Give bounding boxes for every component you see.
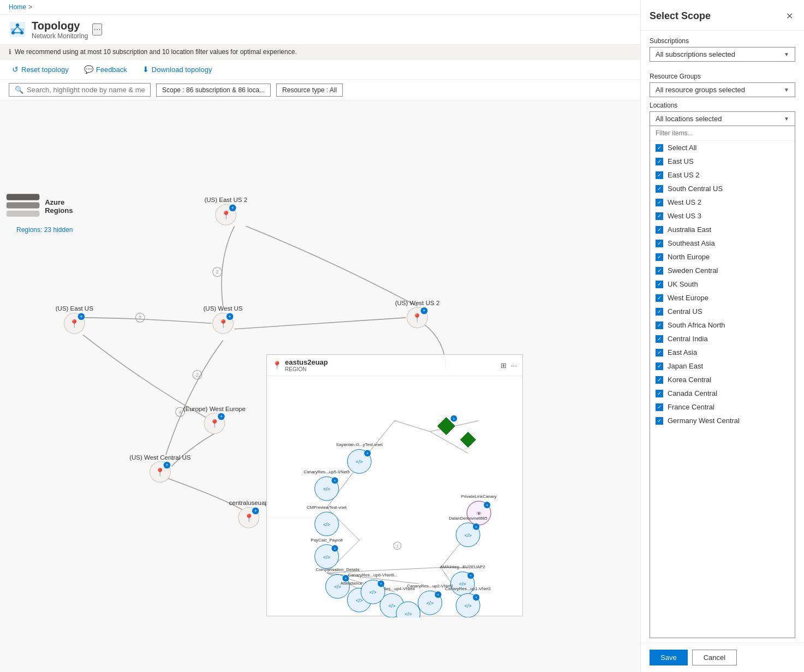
- svg-text:+: +: [486, 503, 488, 507]
- svg-text:+: +: [380, 582, 382, 586]
- location-item[interactable]: France Central: [650, 400, 795, 414]
- svg-line-66: [441, 567, 452, 584]
- region-grid-button[interactable]: ⊞: [501, 361, 507, 370]
- location-item[interactable]: South Africa North: [650, 318, 795, 332]
- location-item[interactable]: Germany West Central: [650, 414, 795, 425]
- location-item[interactable]: Select All: [650, 141, 795, 154]
- location-checkbox[interactable]: [656, 281, 663, 288]
- location-checkbox[interactable]: [656, 322, 663, 329]
- subscriptions-dropdown[interactable]: All subscriptions selected ▼: [650, 47, 795, 62]
- svg-text:📍: 📍: [412, 313, 422, 323]
- location-checkbox[interactable]: [656, 349, 663, 356]
- close-sidebar-button[interactable]: ✕: [784, 9, 795, 23]
- svg-text:2: 2: [139, 314, 141, 320]
- location-item[interactable]: Sweden Central: [650, 264, 795, 277]
- sidebar-header: Select Scope ✕: [641, 0, 804, 31]
- location-item[interactable]: Canada Central: [650, 386, 795, 400]
- location-checkbox[interactable]: [656, 417, 663, 425]
- location-item[interactable]: West Europe: [650, 291, 795, 305]
- location-name: Korea Central: [668, 376, 711, 384]
- svg-text:+: +: [333, 547, 336, 551]
- search-input[interactable]: [27, 86, 145, 94]
- location-item[interactable]: Central US: [650, 305, 795, 318]
- location-checkbox[interactable]: [656, 144, 663, 152]
- location-checkbox[interactable]: [656, 390, 663, 397]
- node-west-us: (US) West US + 📍: [204, 305, 243, 334]
- locations-list: Select AllEast USEast US 2South Central …: [650, 141, 795, 425]
- location-checkbox[interactable]: [656, 335, 663, 343]
- feedback-icon: 💬: [84, 65, 93, 74]
- locations-dropdown-arrow: ▼: [784, 116, 789, 122]
- locations-filter-input[interactable]: [650, 126, 795, 141]
- more-options-button[interactable]: ···: [92, 23, 102, 35]
- svg-text:+: +: [437, 593, 439, 597]
- svg-text:+: +: [80, 314, 82, 319]
- svg-text:PayCalc_Payroll: PayCalc_Payroll: [311, 538, 343, 543]
- region-more-button[interactable]: ···: [511, 361, 517, 370]
- location-checkbox[interactable]: [656, 158, 663, 165]
- location-item[interactable]: Southeast Asia: [650, 236, 795, 250]
- location-item[interactable]: East US: [650, 154, 795, 168]
- location-item[interactable]: West US 3: [650, 209, 795, 223]
- location-name: West US 2: [668, 198, 701, 206]
- svg-rect-7: [11, 28, 15, 31]
- location-checkbox[interactable]: [656, 267, 663, 275]
- location-checkbox[interactable]: [656, 253, 663, 261]
- location-checkbox[interactable]: [656, 376, 663, 384]
- svg-text:📍: 📍: [221, 210, 231, 220]
- svg-text:(Europe) West Europe: (Europe) West Europe: [183, 406, 246, 412]
- svg-line-67: [430, 432, 468, 454]
- cancel-button[interactable]: Cancel: [692, 650, 737, 665]
- location-item[interactable]: Japan East: [650, 359, 795, 373]
- download-topology-button[interactable]: ⬇ Download topology: [139, 63, 216, 76]
- locations-label: Locations: [650, 102, 795, 109]
- location-item[interactable]: South Central US: [650, 182, 795, 195]
- location-checkbox[interactable]: [656, 362, 663, 370]
- svg-text:+: +: [254, 508, 257, 514]
- svg-point-1: [16, 23, 19, 27]
- location-checkbox[interactable]: [656, 240, 663, 247]
- svg-text:DalanDemovnet685: DalanDemovnet685: [449, 516, 487, 521]
- location-item[interactable]: UK South: [650, 277, 795, 291]
- feedback-button[interactable]: 💬 Feedback: [81, 63, 130, 76]
- reset-topology-button[interactable]: ↺ Reset topology: [9, 63, 72, 76]
- location-name: Central US: [668, 307, 702, 316]
- location-checkbox[interactable]: [656, 212, 663, 220]
- locations-dropdown[interactable]: All locations selected ▼: [650, 111, 795, 126]
- location-item[interactable]: North Europe: [650, 250, 795, 264]
- location-item[interactable]: Australia East: [650, 223, 795, 236]
- location-item[interactable]: East Asia: [650, 346, 795, 359]
- svg-text:+: +: [229, 314, 231, 319]
- location-item[interactable]: Korea Central: [650, 373, 795, 386]
- topology-canvas: Azure Regions Regions: 23 hidden: [0, 100, 640, 672]
- resource-groups-section: Resource Groups All resource groups sele…: [641, 66, 804, 102]
- location-checkbox[interactable]: [656, 199, 663, 206]
- scope-filter-badge[interactable]: Scope : 86 subscription & 86 loca...: [156, 84, 271, 97]
- home-link[interactable]: Home: [9, 3, 26, 11]
- svg-text:Sayantan-G...yTest-vnet: Sayantan-G...yTest-vnet: [336, 442, 383, 447]
- location-item[interactable]: Central India: [650, 332, 795, 346]
- node-west-central-us: (US) West Central US + 📍: [129, 454, 191, 483]
- location-checkbox[interactable]: [656, 226, 663, 234]
- save-button[interactable]: Save: [650, 650, 688, 665]
- location-item[interactable]: West US 2: [650, 195, 795, 209]
- location-checkbox[interactable]: [656, 185, 663, 193]
- search-box[interactable]: 🔍: [9, 83, 151, 97]
- location-name: West US 3: [668, 212, 701, 220]
- location-checkbox[interactable]: [656, 403, 663, 411]
- svg-line-56: [395, 421, 430, 432]
- toolbar: ↺ Reset topology 💬 Feedback ⬇ Download t…: [0, 60, 640, 80]
- location-item[interactable]: East US 2: [650, 168, 795, 182]
- location-name: South Africa North: [668, 321, 725, 329]
- location-checkbox[interactable]: [656, 294, 663, 302]
- region-header: 📍 eastus2euap REGION ⊞ ···: [267, 355, 522, 376]
- resource-type-badge[interactable]: Resource type : All: [276, 84, 343, 97]
- location-name: Sweden Central: [668, 266, 718, 275]
- location-name: Select All: [668, 144, 696, 152]
- resource-groups-dropdown[interactable]: All resource groups selected ▼: [650, 82, 795, 97]
- subscriptions-section: Subscriptions All subscriptions selected…: [641, 31, 804, 66]
- location-checkbox[interactable]: [656, 308, 663, 316]
- select-scope-sidebar: Select Scope ✕ Subscriptions All subscri…: [640, 0, 804, 672]
- location-checkbox[interactable]: [656, 171, 663, 179]
- svg-text:</>: </>: [426, 600, 433, 606]
